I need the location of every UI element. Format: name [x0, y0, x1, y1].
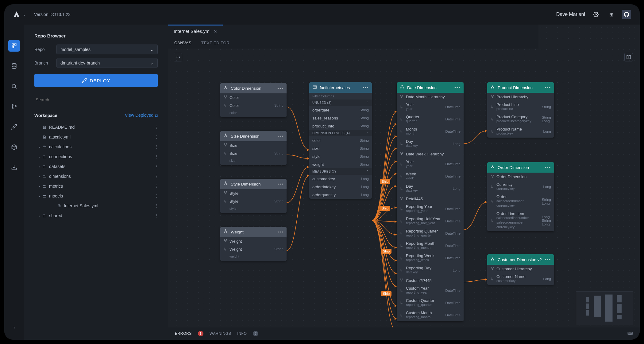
close-icon[interactable]: ✕ [214, 29, 217, 34]
attr-row[interactable]: ↳Reporting Quarterreporting_quarterDateT… [397, 227, 464, 240]
more-icon[interactable]: ••• [454, 85, 461, 90]
more-icon[interactable]: ••• [363, 85, 369, 90]
attr-row[interactable]: ↳WeekweekDateTime [397, 170, 464, 182]
tab-text-editor[interactable]: TEXT EDITOR [201, 38, 230, 48]
attr-row[interactable]: ↳Custom Quarterreporting_quarterDateTime [397, 297, 464, 309]
tree-item[interactable]: ▾🗀models⋮ [29, 191, 163, 201]
keyboard-icon[interactable]: ⌨ [627, 331, 633, 336]
attr-row[interactable]: ↳YearyearDateTime [397, 158, 464, 170]
node-factinternetsales[interactable]: factinternetsales••• Filter Columns UNUS… [309, 82, 372, 199]
view-deployed-link[interactable]: View Deployed ⧉ [125, 113, 158, 118]
deploy-button[interactable]: DEPLOY [34, 74, 158, 87]
rail-collapse-icon[interactable]: › [8, 322, 20, 334]
more-icon[interactable]: ⋮ [153, 203, 161, 208]
layout-toggle-button[interactable] [624, 53, 633, 61]
status-warnings[interactable]: WARNINGS [210, 331, 231, 336]
column-row[interactable]: sizeString [309, 144, 372, 152]
more-icon[interactable]: ••• [277, 230, 283, 234]
more-icon[interactable]: ••• [545, 165, 551, 170]
filter-columns[interactable]: Filter Columns [309, 93, 372, 100]
tree-item[interactable]: ▸🗀shared⋮ [29, 211, 163, 221]
section-measures[interactable]: MEASURES (7)⌃ [309, 168, 372, 175]
attr-row[interactable]: ↳Reporting Monthreporting_monthDateTime [397, 240, 464, 252]
attr-row[interactable]: ↳Order Line Itemsalesorderlinenumbersale… [487, 210, 554, 231]
node-color-dimension[interactable]: Color Dimension••• Color ↳ColorString co… [220, 83, 287, 117]
tab-canvas[interactable]: CANVAS [174, 38, 192, 48]
node-order-dimension[interactable]: Order Dimension••• Order Dimension↳Curre… [487, 162, 554, 231]
attr-row[interactable]: ↳Product LineproductlineString [487, 101, 554, 113]
status-errors[interactable]: ERRORS [175, 331, 192, 336]
attr-row[interactable]: ↳OrdersalesordernumbercurrencykeyStringL… [487, 193, 554, 210]
tree-item[interactable]: ▸🗀datasets⋮ [29, 162, 163, 171]
more-icon[interactable]: ••• [545, 85, 551, 90]
node-weight[interactable]: Weight••• Weight ↳WeightString weight [220, 227, 287, 261]
minimap[interactable] [576, 291, 633, 325]
more-icon[interactable]: ••• [277, 134, 283, 139]
gear-icon[interactable] [591, 10, 600, 19]
attr-row[interactable]: ↳Customer NamecustomerkeyLong [487, 273, 554, 285]
repo-select[interactable]: model_samples⌄ [56, 45, 158, 54]
more-icon[interactable]: ⋮ [153, 164, 161, 169]
column-row[interactable]: orderdateString [309, 106, 372, 114]
attr-row[interactable]: ↳Reporting Yearreporting_yearDateTime [397, 203, 464, 215]
rail-rocket-icon[interactable] [8, 121, 20, 133]
attr-row[interactable]: ↳Reporting Weekreporting_weekDateTime [397, 252, 464, 264]
rail-model-icon[interactable] [8, 40, 20, 52]
more-icon[interactable]: ⋮ [153, 174, 161, 179]
branch-select[interactable]: dmariani-dev-branch⌄ [56, 58, 158, 68]
attr-row[interactable]: ↳Custom Yearreporting_yearDateTime [397, 284, 464, 297]
more-icon[interactable]: ⋮ [153, 194, 161, 198]
attr-row[interactable]: ↳Custom Monthreporting_monthDateTime [397, 309, 464, 321]
tree-item[interactable]: 🗎atscale.yml⋮ [29, 132, 163, 142]
column-row[interactable]: product_infoString [309, 122, 372, 130]
attr-row[interactable]: ↳DaydatekeyLong [397, 182, 464, 195]
column-row[interactable]: weightString [309, 160, 372, 168]
node-date-dimension[interactable]: Date Dimension••• Date Month Hierarchy↳Y… [397, 82, 464, 321]
column-row[interactable]: orderdatekeyLong [309, 183, 372, 191]
node-customer-dimension[interactable]: Customer Dimension v2••• Customer Hierar… [487, 254, 554, 285]
attr-row[interactable]: ↳QuarterquarterDateTime [397, 113, 464, 125]
attr-row[interactable]: ↳DaydatekeyLong [397, 138, 464, 150]
apps-grid-icon[interactable]: ⊞ [607, 10, 616, 19]
node-size-dimension[interactable]: Size Dimension••• Size ↳SizeString size [220, 131, 287, 165]
attr-row[interactable]: ↳Product CategoryproductsubcategorykeySt… [487, 113, 554, 125]
more-icon[interactable]: ⋮ [153, 144, 161, 149]
more-icon[interactable]: ••• [545, 257, 551, 262]
column-row[interactable]: sales_reasonsString [309, 114, 372, 122]
tree-item[interactable]: ▸🗀metrics⋮ [29, 181, 163, 191]
column-row[interactable]: styleString [309, 152, 372, 160]
node-style-dimension[interactable]: Style Dimension••• Style ↳StyleString st… [220, 179, 287, 213]
section-unused[interactable]: UNUSED (3)⌃ [309, 100, 372, 106]
node-product-dimension[interactable]: Product Dimension••• Product Hierarchy↳P… [487, 82, 554, 138]
tree-item[interactable]: 🗎README.md⋮ [29, 122, 163, 132]
rail-search-icon[interactable] [8, 80, 20, 92]
more-icon[interactable]: ••• [277, 86, 283, 91]
column-row[interactable]: colorString [309, 136, 372, 144]
more-icon[interactable]: ••• [277, 182, 283, 186]
column-row[interactable]: customerkeyLong [309, 175, 372, 183]
more-icon[interactable]: ⋮ [153, 135, 161, 139]
attr-row[interactable]: ↳YearyearDateTime [397, 101, 464, 113]
more-icon[interactable]: ⋮ [153, 154, 161, 159]
more-icon[interactable]: ⋮ [153, 213, 161, 218]
tree-item[interactable]: ▸🗀calculations⋮ [29, 142, 163, 152]
rail-download-icon[interactable] [8, 162, 20, 173]
attr-row[interactable]: ↳CurrencycurrencykeyLong [487, 181, 554, 193]
status-info[interactable]: INFO [237, 331, 247, 336]
tree-item[interactable]: 🗎Internet Sales.yml⋮ [29, 201, 163, 211]
attr-row[interactable]: ↳Product NameproductkeyLong [487, 125, 554, 138]
tree-item[interactable]: ▸🗀dimensions⋮ [29, 171, 163, 181]
search-input[interactable] [34, 94, 158, 105]
attr-row[interactable]: ↳Reporting DaydatekeyLong [397, 264, 464, 276]
add-node-button[interactable]: + ▾ [174, 53, 182, 61]
attr-row[interactable]: ↳MonthmonthDateTime [397, 125, 464, 138]
more-icon[interactable]: ⋮ [153, 184, 161, 189]
github-icon[interactable] [622, 10, 631, 19]
rail-database-icon[interactable] [8, 60, 20, 72]
more-icon[interactable]: ⋮ [153, 125, 161, 130]
rail-branch-icon[interactable] [8, 101, 20, 112]
file-tab[interactable]: Internet Sales.yml ✕ [168, 25, 223, 36]
tree-item[interactable]: ▸🗀connections⋮ [29, 152, 163, 162]
rail-package-icon[interactable] [8, 141, 20, 153]
section-dim-levels[interactable]: DIMENSION LEVELS (4)⌃ [309, 130, 372, 136]
